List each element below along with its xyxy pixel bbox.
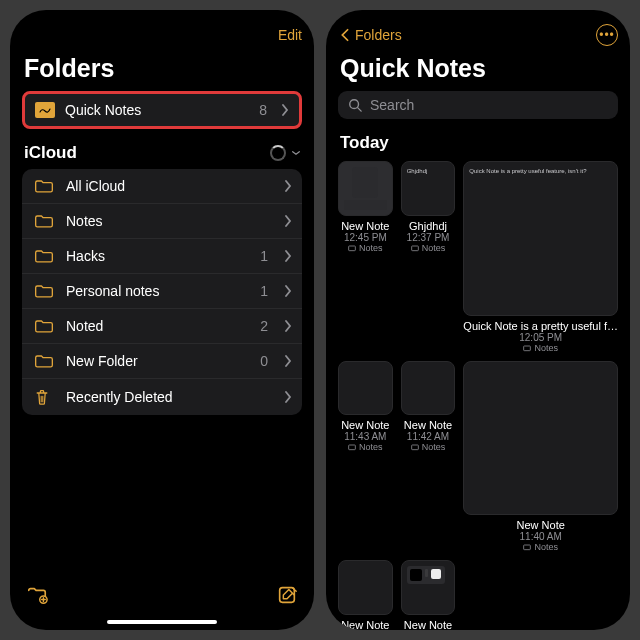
folder-icon xyxy=(411,443,419,451)
notes-grid: New Note12:45 PMNotesGhjdhdjGhjdhdj12:37… xyxy=(338,161,618,630)
note-time: 12:05 PM xyxy=(519,332,562,343)
note-card[interactable]: New Note11:42 AMNotes xyxy=(401,361,456,553)
note-source: Notes xyxy=(523,343,558,353)
folder-icon xyxy=(34,353,54,369)
chevron-right-icon xyxy=(284,250,292,262)
compose-button[interactable] xyxy=(276,584,298,610)
ellipsis-icon: ••• xyxy=(599,28,615,42)
page-title: Folders xyxy=(24,54,302,83)
note-card[interactable]: New Note11:40 AMNotes xyxy=(463,361,618,553)
note-title: New Note xyxy=(338,619,393,630)
svg-rect-8 xyxy=(524,545,531,550)
folder-item[interactable]: Recently Deleted xyxy=(22,379,302,415)
note-time: 12:37 PM xyxy=(407,232,450,243)
chevron-right-icon xyxy=(284,215,292,227)
svg-rect-3 xyxy=(349,246,356,251)
note-thumbnail xyxy=(338,361,393,416)
quick-notes-screen: Folders ••• Quick Notes Search Today New… xyxy=(326,10,630,630)
note-title: New Note xyxy=(463,519,618,531)
note-preview-text: Quick Note is a pretty useful feature, i… xyxy=(469,167,612,175)
svg-rect-1 xyxy=(280,588,295,603)
folder-label: Noted xyxy=(66,318,248,334)
folder-label: Hacks xyxy=(66,248,248,264)
folder-item[interactable]: Personal notes1 xyxy=(22,274,302,309)
note-thumbnail xyxy=(401,560,456,615)
edit-button[interactable]: Edit xyxy=(278,27,302,43)
folder-count: 0 xyxy=(260,353,268,369)
note-card[interactable]: Quick Note is a pretty useful feature, i… xyxy=(463,161,618,353)
sync-spinner-icon xyxy=(270,145,286,161)
more-button[interactable]: ••• xyxy=(596,24,618,46)
folder-label: All iCloud xyxy=(66,178,256,194)
note-thumbnail: Ghjdhdj xyxy=(401,161,456,216)
new-folder-button[interactable] xyxy=(26,584,48,610)
folder-icon xyxy=(348,443,356,451)
folder-item[interactable]: Notes xyxy=(22,204,302,239)
folder-item[interactable]: Hacks1 xyxy=(22,239,302,274)
section-header-icloud[interactable]: iCloud xyxy=(22,141,302,169)
note-title: New Note xyxy=(401,419,456,431)
folder-icon xyxy=(523,543,531,551)
chevron-right-icon xyxy=(284,355,292,367)
folder-count: 1 xyxy=(260,248,268,264)
note-title: New Note xyxy=(338,220,393,232)
quick-notes-icon xyxy=(35,102,55,118)
note-card[interactable]: New Note11:43 AMNotes xyxy=(338,361,393,553)
home-indicator[interactable] xyxy=(107,620,217,624)
note-card[interactable]: GhjdhdjGhjdhdj12:37 PMNotes xyxy=(401,161,456,353)
note-thumbnail xyxy=(338,560,393,615)
search-placeholder: Search xyxy=(370,97,414,113)
chevron-right-icon xyxy=(284,180,292,192)
link-preview xyxy=(407,566,445,584)
note-time: 11:40 AM xyxy=(520,531,562,542)
chevron-right-icon xyxy=(284,391,292,403)
svg-rect-4 xyxy=(411,246,418,251)
svg-rect-5 xyxy=(524,346,531,351)
note-card[interactable]: New Note11:23 AMNotes xyxy=(401,560,456,630)
note-source: Notes xyxy=(523,542,558,552)
back-label: Folders xyxy=(355,27,402,43)
back-button[interactable]: Folders xyxy=(338,27,402,43)
note-source: Notes xyxy=(348,243,383,253)
chevron-down-icon xyxy=(292,147,300,159)
page-title: Quick Notes xyxy=(340,54,618,83)
note-preview-text: Ghjdhdj xyxy=(407,167,450,175)
note-thumbnail xyxy=(338,161,393,216)
folder-item[interactable]: Noted2 xyxy=(22,309,302,344)
folder-list: All iCloudNotesHacks1Personal notes1Note… xyxy=(22,169,302,415)
quick-notes-count: 8 xyxy=(259,102,267,118)
note-source: Notes xyxy=(411,442,446,452)
folder-icon xyxy=(348,244,356,252)
note-card[interactable]: New Note11:24 AMNotes xyxy=(338,560,393,630)
folder-icon xyxy=(34,318,54,334)
chevron-right-icon xyxy=(284,285,292,297)
note-time: 11:42 AM xyxy=(407,431,449,442)
section-label-today: Today xyxy=(340,133,618,153)
section-title: iCloud xyxy=(24,143,77,163)
folder-icon xyxy=(34,248,54,264)
note-source: Notes xyxy=(411,243,446,253)
folder-label: Personal notes xyxy=(66,283,248,299)
search-field[interactable]: Search xyxy=(338,91,618,119)
folder-icon xyxy=(34,213,54,229)
trash-icon xyxy=(34,388,54,406)
folders-screen: Edit Folders Quick Notes 8 iCloud All iC… xyxy=(10,10,314,630)
note-time: 11:43 AM xyxy=(344,431,386,442)
note-title: New Note xyxy=(338,419,393,431)
note-thumbnail: Quick Note is a pretty useful feature, i… xyxy=(463,161,618,316)
note-title: New Note xyxy=(401,619,456,630)
note-time: 12:45 PM xyxy=(344,232,387,243)
folder-icon xyxy=(523,344,531,352)
quick-notes-folder[interactable]: Quick Notes 8 xyxy=(22,91,302,129)
folder-item[interactable]: New Folder0 xyxy=(22,344,302,379)
folder-label: New Folder xyxy=(66,353,248,369)
note-thumbnail xyxy=(401,361,456,416)
quick-notes-label: Quick Notes xyxy=(65,102,249,118)
search-icon xyxy=(348,98,362,112)
note-thumbnail xyxy=(463,361,618,516)
folder-item[interactable]: All iCloud xyxy=(22,169,302,204)
folder-icon xyxy=(34,178,54,194)
note-source: Notes xyxy=(348,442,383,452)
note-card[interactable]: New Note12:45 PMNotes xyxy=(338,161,393,353)
svg-rect-7 xyxy=(411,445,418,450)
